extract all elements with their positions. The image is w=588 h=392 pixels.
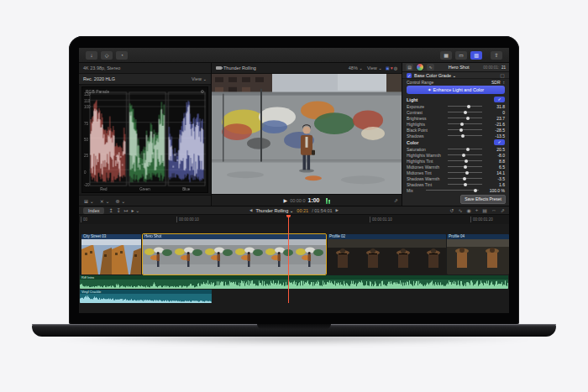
slider-value: 1.6 [485,182,505,187]
keyframe-icon[interactable]: ▢ [500,72,505,78]
toggle-light[interactable]: ✓ [494,97,505,102]
play-button[interactable]: ▶ [284,197,288,203]
slider-track[interactable] [448,149,482,149]
scope-axis-label: 110 [84,98,90,102]
insert-clip-icon[interactable]: ↧ [117,207,121,213]
scope-settings-icon[interactable]: ⚙ [201,89,204,94]
clip-hero-shot[interactable]: Hero Shot [143,234,326,274]
keywords-icon[interactable]: ◇ [101,51,113,60]
background-tasks-icon[interactable]: ◔ [116,51,128,60]
slider-track[interactable] [448,160,482,161]
playhead[interactable] [288,215,289,303]
project-name-menu[interactable]: Thunder Rolling ⌄ [255,208,293,213]
slider-thumb[interactable] [459,128,463,132]
slider-thumb[interactable] [467,105,470,108]
connect-clip-icon[interactable]: ↥ [108,207,113,213]
clip-profile-04[interactable]: Profile 04 [447,234,509,274]
viewer-fullscreen-icon[interactable]: ⇗ [394,197,398,203]
slider-track[interactable] [448,129,482,130]
scope-layout-icon[interactable]: ⊞ ⌄ [84,198,94,204]
browser-toggle-icon[interactable]: ▦ [440,51,452,60]
timeline-lanes: City Street 03Hero ShotProfile 02Profile… [79,224,509,313]
share-icon[interactable]: ⇧ [491,51,502,60]
color-inspector-icon[interactable] [416,63,424,71]
audio-meters[interactable] [326,197,330,204]
slider-track[interactable] [448,172,482,173]
slider-thumb[interactable] [466,148,470,151]
control-range-value[interactable]: SDR [491,80,501,85]
zoom-fit-icon[interactable]: ↔ [491,207,496,213]
audio-skimming-icon[interactable]: ∿ [459,207,463,213]
timeline-expand-icon[interactable]: ⇗ [501,207,505,213]
slider-midtones-tint: Midtones Tint14.1 [402,170,509,175]
slider-label: Saturation [407,147,445,152]
appearance-icon[interactable]: ▤ [482,207,487,213]
slider-track[interactable] [448,154,482,155]
slider-exposure: Exposure31.8 [402,103,509,109]
clip-thumbnails [447,239,509,274]
slider-track[interactable] [448,123,482,124]
camera-icon [216,66,222,70]
clip-profile-02[interactable]: Profile 02 [328,234,446,274]
effect-header-row[interactable]: ✓ Base Color Grade ⌄ ▢ [402,72,509,79]
effect-name[interactable]: Base Color Grade ⌄ [414,73,497,78]
effect-enable-checkbox[interactable]: ✓ [407,73,412,78]
group-row-color: Color✓ [402,139,509,146]
solo-icon[interactable]: ◉ [467,207,471,213]
snapping-icon[interactable]: + [475,207,479,213]
viewer-view-menu[interactable]: View ⌄ [367,65,382,71]
audio-inspector-icon[interactable]: ∿ [427,64,434,71]
scope-axis-label: 120 [84,92,91,97]
slider-thumb[interactable] [464,111,467,114]
control-range-stepper-icon[interactable]: ↕ [503,80,506,85]
audio-clip-riff-intro[interactable]: Riff Intro [80,275,508,289]
scope-tools-icon[interactable]: ⨯ ⌄ [100,198,110,204]
slider-label: Shadows [407,133,445,139]
viewer-zoom-menu[interactable]: 48% ⌄ [349,65,363,71]
scope-options-icon[interactable]: ⊛ ⌄ [115,198,125,204]
skimming-icon[interactable]: ↺ [449,207,454,213]
slider-thumb[interactable] [465,171,469,175]
append-clip-icon[interactable]: ↦ [124,207,129,213]
slider-thumb[interactable] [462,154,465,157]
scope-view-menu[interactable]: View ⌄ [192,76,207,81]
toggle-color[interactable]: ✓ [494,139,505,145]
timeline-toggle-icon[interactable]: ▭ [455,51,467,60]
slider-track[interactable] [448,184,482,185]
next-project-icon[interactable]: ▶ [336,208,339,212]
viewer-panel: Thunder Rolling 48% ⌄ View ⌄ ▣ ▼ ◎ [212,63,402,206]
slider-thumb[interactable] [464,183,467,186]
inspector-clip-name: Hero Shot [437,65,480,70]
prev-project-icon[interactable]: ◀ [249,208,252,212]
slider-track[interactable] [448,106,482,107]
index-button[interactable]: Index [83,207,104,214]
tool-select-icon[interactable]: ▸ ⌄ [132,207,140,213]
slider-track[interactable] [448,135,482,136]
save-effects-preset-button[interactable]: Save Effects Preset [460,195,506,204]
slider-value: -28.5 [485,128,505,133]
browser-info-bar: 4K 23.98p, Stereo [79,63,211,74]
slider-thumb[interactable] [461,134,465,138]
scope-axis-label: 0 [84,170,87,174]
slider-track[interactable] [448,118,482,118]
slider-track[interactable] [448,166,482,167]
slider-thumb[interactable] [463,177,466,180]
slider-track[interactable] [448,112,482,112]
mix-slider[interactable] [426,190,479,191]
enhance-light-color-button[interactable]: ✦ Enhance Light and Color [407,86,505,94]
slider-thumb[interactable] [464,165,467,169]
media-import-icon[interactable]: ↓ [86,51,97,60]
slider-thumb[interactable] [466,117,470,120]
inspector-toggle-icon[interactable]: ▥ [470,51,482,60]
project-position: 00:21 [297,208,308,213]
viewer-options-icon[interactable]: ◎ [394,65,397,71]
slider-thumb[interactable] [465,159,468,163]
macbook-scoop [257,324,331,329]
scope-waveform [82,87,207,192]
slider-track[interactable] [448,178,482,179]
audio-clip-vinyl-crackle[interactable]: Vinyl Crackle [80,290,212,303]
video-inspector-icon[interactable]: ▤ [406,64,413,71]
slider-thumb[interactable] [460,123,464,126]
slider-value: -21.6 [485,122,505,127]
clip-city-street-03[interactable]: City Street 03 [81,234,141,274]
